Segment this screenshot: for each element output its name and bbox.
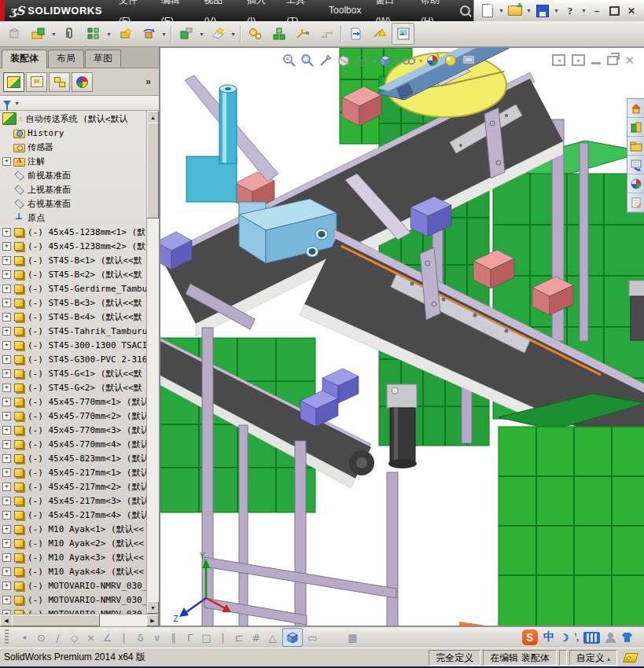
menu-item[interactable]: 窗口(W) [368,0,414,32]
insert-components-button[interactable] [3,23,26,45]
tree-vertical-scrollbar[interactable]: ▲ ▼ [146,111,159,614]
configurationmanager-tab[interactable] [49,72,70,92]
sketch-tool-icon[interactable]: • [17,632,33,644]
toolbar-drag-handle[interactable] [5,629,9,645]
doc-minimize-button[interactable] [591,62,601,64]
tree-row[interactable]: (-) ST45-Tahrik_Tamburu [0,324,147,338]
tree-row[interactable]: (-) 45x45-217mm<1> (默认 [0,465,147,479]
unit-system-selector[interactable]: 自定义 ▴ [569,650,617,666]
tree-row[interactable]: 前视基准面 [0,168,147,182]
tree-row[interactable]: History [0,126,147,140]
expand-toggle-icon[interactable] [2,384,11,392]
tree-row[interactable]: (-) ST45-300-1300 TSACI [0,338,147,352]
minimize-button[interactable]: – [589,4,605,18]
expand-toggle-icon[interactable] [2,596,11,604]
sketch-tool-icon[interactable]: | [215,632,231,644]
doc-close-button[interactable]: ✕ [624,56,635,65]
menu-item[interactable]: 编辑(E) [154,0,197,32]
apply-scene-button[interactable] [443,53,458,68]
mate-button[interactable] [58,23,81,45]
custom-properties-button[interactable] [627,193,644,212]
scroll-up-icon[interactable]: ▲ [147,111,159,123]
menu-item[interactable]: Toolbox [322,0,368,21]
tree-row[interactable]: (-) M10 Ayak<1> (默认<< [0,522,147,536]
open-button[interactable] [506,2,524,19]
tree-row[interactable]: (-) M10 Ayak<3> (默认<< [0,550,147,564]
menu-item[interactable]: 文件(F) [112,0,154,32]
edit-appearance-button[interactable] [425,53,440,68]
linear-component-pattern-button[interactable] [82,23,105,45]
scroll-down-icon[interactable]: ▼ [147,601,159,614]
expand-toggle-icon[interactable] [2,454,11,463]
expand-toggle-icon[interactable] [2,426,11,435]
view-orientation-button[interactable] [354,53,370,68]
expand-toggle-icon[interactable] [2,398,11,406]
expand-toggle-icon[interactable] [2,539,11,548]
tree-row[interactable]: (-) ST45-B<3> (默认<<默 [0,295,147,310]
expand-toggle-icon[interactable] [2,553,11,562]
collapse-left-button[interactable]: ◂ [552,54,565,66]
expand-toggle-icon[interactable] [2,483,11,491]
scroll-left-icon[interactable]: ◀ [0,615,13,626]
expand-toggle-icon[interactable] [2,256,11,265]
expand-toggle-icon[interactable] [2,511,11,519]
tree-row[interactable]: (-) ST45-G<1> (默认<<默 [0,366,147,380]
tree-row[interactable]: (-) 45x45-217mm<4> (默认 [0,508,147,522]
expand-toggle-icon[interactable] [2,355,11,364]
tree-row[interactable]: (-) M10 Ayak<2> (默认<< [0,536,147,550]
scroll-right-icon[interactable]: ▶ [146,615,159,626]
menu-item[interactable]: 插入(I) [240,0,279,32]
search-button[interactable] [457,0,473,21]
shaded-view-button[interactable] [282,628,303,647]
expand-toggle-icon[interactable] [2,582,11,590]
open-caret-icon[interactable]: ▾ [525,7,532,14]
save-button[interactable] [534,2,551,19]
tree-row[interactable]: (-) 45x45-770mm<3> (默认 [0,423,147,437]
scrollbar-thumb[interactable] [147,123,159,218]
propertymanager-tab[interactable] [26,72,47,92]
sketch-tool-icon[interactable]: □ [198,632,215,644]
new-document-button[interactable] [479,2,496,19]
tree-row[interactable]: 注解 [0,154,147,168]
expand-toggle-icon[interactable] [2,299,11,307]
new-caret-icon[interactable]: ▾ [498,7,505,14]
display-style-button[interactable] [377,53,393,68]
tree-root-row[interactable]: ⚠ 自动传送系统 (默认<默认 [0,112,147,126]
tree-row[interactable]: (-) 45x45-1238mm<2> (默 [0,239,147,253]
file-explorer-button[interactable] [627,137,644,156]
expand-toggle-icon[interactable] [2,341,11,350]
tree-row[interactable]: 原点 [0,211,147,225]
sketch-tool-icon[interactable]: ∨ [149,632,165,644]
featuremanager-tab[interactable] [3,72,24,92]
tree-row[interactable]: (-) MOTOVARIO-NMRV_030_ [0,593,147,607]
close-button[interactable]: ✕ [624,4,639,18]
sketch-tool-icon[interactable]: δ [132,632,149,644]
tree-row[interactable]: (-) 45x45-217mm<3> (默认 [0,494,147,508]
help-button[interactable]: ? [561,2,579,19]
solidworks-resources-button[interactable] [627,99,644,118]
open-part-caret-icon[interactable]: ▾ [50,31,57,38]
design-table-icon[interactable]: ▦ [344,632,361,644]
expand-toggle-icon[interactable] [2,412,11,420]
sketch-tool-icon[interactable]: | [116,632,132,644]
display-style-caret-icon[interactable]: ▾ [396,57,399,64]
expand-toggle-icon[interactable] [2,327,11,336]
expand-toggle-icon[interactable] [2,468,11,477]
ime-punctuation-toggle[interactable]: ’, [574,632,578,643]
sketch-tool-icon[interactable]: ◇ [66,632,83,644]
filter-caret-icon[interactable]: ▾ [13,100,20,107]
menu-item[interactable]: 视图(V) [197,0,240,32]
tree-row[interactable]: (-) ST45-Gerdirme_Tambu [0,281,147,295]
simulation-advisor-button[interactable] [344,23,367,45]
expand-toggle-icon[interactable] [2,284,11,293]
tree-row[interactable]: (-) MOTOVARIO-NMRV_030_ [0,607,147,614]
tree-row[interactable]: (-) ST45-B<4> (默认<<默 [0,310,147,324]
filter-icon[interactable] [3,101,11,106]
manager-overflow-button[interactable]: » [145,76,156,87]
sketch-tool-icon[interactable]: × [83,632,99,644]
sketch-tool-icon[interactable]: ∥ [165,632,182,644]
tree-row[interactable]: 右视基准面 [0,196,147,211]
hide-show-caret-icon[interactable]: ▾ [419,57,422,64]
ime-keyboard-icon[interactable] [583,632,600,644]
expand-toggle-icon[interactable] [2,440,11,449]
